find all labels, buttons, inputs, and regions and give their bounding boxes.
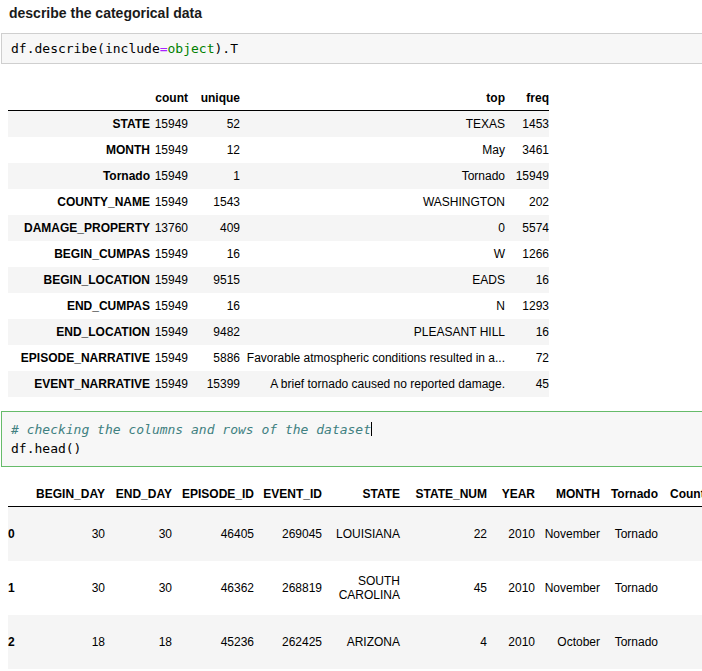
cell: TEXAS	[240, 111, 505, 138]
table-row: 0303046405269045LOUISIANA222010NovemberT…	[8, 507, 702, 561]
cell: 269045	[254, 507, 322, 561]
cell: 45	[400, 561, 487, 615]
cell	[658, 507, 702, 561]
cell: 409	[188, 215, 240, 241]
cell: 2010	[487, 507, 535, 561]
cell: 9482	[188, 319, 240, 345]
cell: EADS	[240, 267, 505, 293]
cell: 15399	[188, 371, 240, 397]
cell: W	[240, 241, 505, 267]
cell: 5574	[505, 215, 549, 241]
cell: Tornado	[600, 615, 658, 669]
head-cell-code: # checking the columns and rows of the d…	[11, 420, 702, 458]
table-row: END_CUMPAS1594916N1293	[8, 293, 549, 319]
cell: 15949	[150, 111, 188, 138]
describe-output-area: countuniquetopfreq STATE1594952TEXAS1453…	[0, 89, 702, 397]
row-label: STATE	[8, 111, 150, 138]
cell: 1543	[188, 189, 240, 215]
cell: 1453	[505, 111, 549, 138]
cell: 3461	[505, 137, 549, 163]
cell: 16	[505, 319, 549, 345]
cell: 15949	[150, 137, 188, 163]
table-row: 1303046362268819SOUTH CAROLINA452010Nove…	[8, 561, 702, 615]
index-header-blank	[8, 89, 150, 111]
describe-table-body: STATE1594952TEXAS1453MONTH1594912May3461…	[8, 111, 549, 398]
text-cursor	[371, 422, 372, 436]
cell: Tornado	[240, 163, 505, 189]
table-row: COUNTY_NAME159491543WASHINGTON202	[8, 189, 549, 215]
table-row: BEGIN_CUMPAS1594916W1266	[8, 241, 549, 267]
table-row: Tornado159491Tornado15949	[8, 163, 549, 189]
cell: 12	[188, 137, 240, 163]
describe-table-head: countuniquetopfreq	[8, 89, 549, 111]
column-header: Tornado	[600, 479, 658, 507]
code-line: df.head()	[11, 439, 702, 458]
table-row: STATE1594952TEXAS1453	[8, 111, 549, 138]
column-header: BEGIN_DAY	[33, 479, 105, 507]
index-header-blank	[8, 479, 33, 507]
cell: 52	[188, 111, 240, 138]
code-token: object	[168, 41, 215, 56]
row-label: MONTH	[8, 137, 150, 163]
row-index: 1	[8, 561, 33, 615]
row-label: END_CUMPAS	[8, 293, 150, 319]
cell: N	[240, 293, 505, 319]
cell: October	[535, 615, 600, 669]
head-table-head: BEGIN_DAYEND_DAYEPISODE_IDEVENT_IDSTATES…	[8, 479, 702, 507]
cell: A brief tornado caused no reported damag…	[240, 371, 505, 397]
table-row: EVENT_NARRATIVE1594915399A brief tornado…	[8, 371, 549, 397]
column-header: top	[240, 89, 505, 111]
cell	[658, 561, 702, 615]
cell: 1293	[505, 293, 549, 319]
cell: 30	[33, 561, 105, 615]
code-cell-head[interactable]: # checking the columns and rows of the d…	[1, 411, 702, 467]
code-token: df.head()	[11, 441, 81, 456]
table-row: END_LOCATION159499482PLEASANT HILL16	[8, 319, 549, 345]
cell: 16	[188, 293, 240, 319]
cell: May	[240, 137, 505, 163]
row-index: 0	[8, 507, 33, 561]
code-token: # checking the columns and rows of the d…	[11, 422, 371, 437]
cell: WASHINGTON	[240, 189, 505, 215]
row-label: BEGIN_CUMPAS	[8, 241, 150, 267]
row-label: END_LOCATION	[8, 319, 150, 345]
header-row: countuniquetopfreq	[8, 89, 549, 111]
cell: 30	[105, 561, 172, 615]
cell: 2010	[487, 561, 535, 615]
table-row: EPISODE_NARRATIVE159495886Favorable atmo…	[8, 345, 549, 371]
cell: 30	[105, 507, 172, 561]
cell: 16	[505, 267, 549, 293]
cell	[658, 615, 702, 669]
cell: 15949	[150, 345, 188, 371]
code-line: # checking the columns and rows of the d…	[11, 420, 702, 439]
cell: 9515	[188, 267, 240, 293]
cell: 5886	[188, 345, 240, 371]
cell: ARIZONA	[322, 615, 400, 669]
cell: 22	[400, 507, 487, 561]
column-header: YEAR	[487, 479, 535, 507]
cell: 15949	[150, 189, 188, 215]
cell: 15949	[150, 241, 188, 267]
cell: 1	[188, 163, 240, 189]
table-row: 2181845236262425ARIZONA42010OctoberTorna…	[8, 615, 702, 669]
code-cell-describe[interactable]: df.describe(include=object).T	[1, 33, 702, 64]
code-token: df.describe(	[11, 41, 105, 56]
column-header: count	[150, 89, 188, 111]
cell: 46362	[172, 561, 254, 615]
code-token: include	[105, 41, 160, 56]
markdown-heading: describe the categorical data	[9, 5, 702, 21]
describe-table: countuniquetopfreq STATE1594952TEXAS1453…	[8, 89, 549, 397]
head-output-area: BEGIN_DAYEND_DAYEPISODE_IDEVENT_IDSTATES…	[0, 467, 702, 669]
column-header: END_DAY	[105, 479, 172, 507]
code-line-describe: df.describe(include=object).T	[11, 40, 702, 57]
cell: 268819	[254, 561, 322, 615]
cell: LOUISIANA	[322, 507, 400, 561]
column-header: STATE	[322, 479, 400, 507]
row-label: BEGIN_LOCATION	[8, 267, 150, 293]
cell: Tornado	[600, 507, 658, 561]
cell: 15949	[150, 293, 188, 319]
cell: 45236	[172, 615, 254, 669]
cell: 2010	[487, 615, 535, 669]
cell: 4	[400, 615, 487, 669]
cell: 15949	[150, 319, 188, 345]
